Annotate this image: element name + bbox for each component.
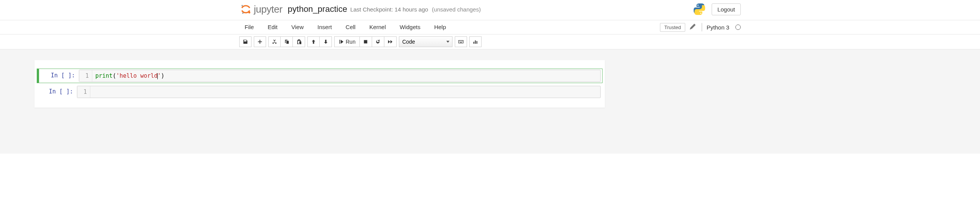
save-icon [243, 39, 248, 44]
insert-cell-button[interactable] [254, 36, 266, 47]
notebook-header: jupyter python_practice Last Checkpoint:… [0, 0, 980, 20]
save-button[interactable] [239, 36, 252, 47]
svg-rect-3 [364, 40, 368, 44]
svg-rect-9 [460, 42, 462, 43]
menu-file[interactable]: File [245, 20, 261, 34]
scissors-icon [272, 39, 277, 44]
code-cell[interactable]: In [ ]: 1 print('hello world') [37, 69, 603, 83]
arrow-up-icon [311, 39, 316, 44]
svg-rect-12 [476, 41, 477, 44]
line-number: 1 [77, 86, 90, 98]
cut-button[interactable] [268, 36, 281, 47]
interrupt-button[interactable] [360, 36, 372, 47]
autosave-status: (unsaved changes) [432, 6, 481, 13]
paste-icon [296, 39, 302, 44]
restart-icon [375, 39, 381, 44]
svg-rect-4 [459, 41, 463, 43]
svg-rect-6 [460, 41, 461, 41]
kernel-status-icon [735, 25, 741, 30]
cell-prompt: In [ ]: [39, 86, 77, 95]
cell-prompt: In [ ]: [41, 70, 79, 79]
code-editor[interactable] [90, 86, 96, 98]
logout-button[interactable]: Logout [712, 3, 741, 15]
restart-button[interactable] [372, 36, 384, 47]
notebook-area: In [ ]: 1 print('hello world') In [ ]: 1 [0, 49, 980, 154]
divider [702, 23, 702, 31]
move-down-button[interactable] [320, 36, 332, 47]
notebook-container: In [ ]: 1 print('hello world') In [ ]: 1 [34, 60, 605, 108]
copy-button[interactable] [281, 36, 293, 47]
code-editor[interactable]: print('hello world') [92, 70, 168, 82]
python-kernel-icon [693, 2, 706, 16]
jupyter-logo-icon [239, 3, 252, 16]
svg-rect-7 [461, 41, 462, 41]
restart-run-all-button[interactable] [384, 36, 397, 47]
menubar: File Edit View Insert Cell Kernel Widget… [0, 20, 980, 34]
copy-icon [284, 39, 289, 44]
run-button[interactable]: Run [334, 36, 360, 47]
cell-input-area[interactable]: 1 [77, 86, 601, 98]
menu-help[interactable]: Help [434, 20, 453, 34]
svg-rect-5 [459, 41, 459, 41]
menu-kernel[interactable]: Kernel [369, 20, 393, 34]
menu-widgets[interactable]: Widgets [400, 20, 427, 34]
menu-insert[interactable]: Insert [317, 20, 339, 34]
trusted-button[interactable]: Trusted [660, 23, 685, 32]
jupyter-logo-text: jupyter [254, 3, 283, 15]
keyboard-icon [458, 39, 464, 44]
edit-notebook-icon[interactable] [688, 24, 697, 31]
toolbar: Run Code [0, 34, 980, 49]
code-cell[interactable]: In [ ]: 1 [37, 85, 603, 99]
run-icon [338, 39, 344, 44]
jupyter-logo[interactable]: jupyter [239, 3, 283, 16]
fast-forward-icon [387, 39, 393, 44]
line-number: 1 [79, 70, 92, 82]
paste-button[interactable] [293, 36, 305, 47]
svg-rect-8 [462, 41, 462, 41]
cellbar-button[interactable] [469, 36, 482, 47]
move-up-button[interactable] [307, 36, 320, 47]
cell-input-area[interactable]: 1 print('hello world') [79, 70, 601, 82]
menu-view[interactable]: View [291, 20, 310, 34]
svg-rect-11 [475, 41, 475, 44]
checkpoint-status: Last Checkpoint: 14 hours ago [350, 6, 428, 13]
notebook-name[interactable]: python_practice [288, 4, 347, 14]
menu-cell[interactable]: Cell [346, 20, 363, 34]
plus-icon [257, 39, 263, 44]
menu-edit[interactable]: Edit [268, 20, 284, 34]
run-label: Run [346, 39, 356, 45]
command-palette-button[interactable] [455, 36, 467, 47]
kernel-name[interactable]: Python 3 [707, 24, 731, 31]
cell-type-select[interactable]: Code [399, 36, 452, 47]
svg-rect-10 [473, 42, 474, 44]
stop-icon [363, 39, 368, 44]
barchart-icon [473, 39, 478, 44]
arrow-down-icon [323, 39, 328, 44]
